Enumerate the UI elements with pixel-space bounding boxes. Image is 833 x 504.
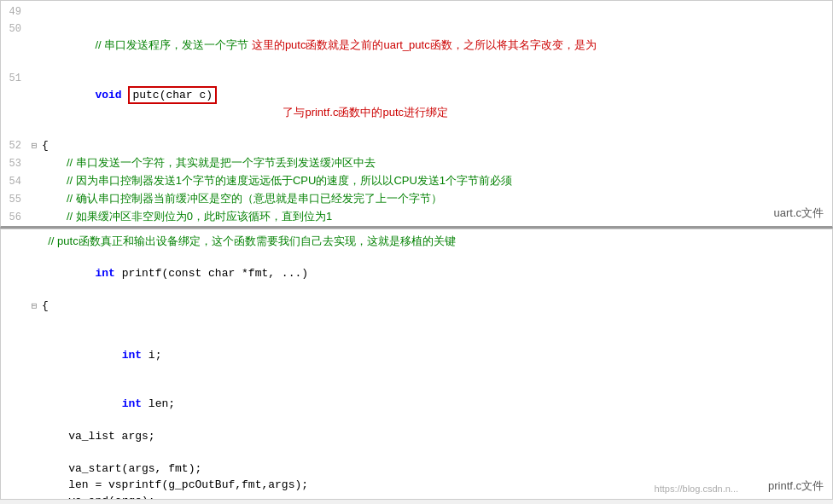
line-number: 54 [1, 174, 28, 190]
code-line [1, 444, 832, 461]
code-line: 50 // 串口发送程序，发送一个字节 这里的putc函数就是之前的uart_p… [1, 20, 832, 70]
comment-text: // 串口发送程序，发送一个字节 [95, 38, 251, 51]
code-line: int len; [1, 379, 832, 428]
bottom-panel: // putc函数真正和输出设备绑定，这个函数需要我们自己去实现，这就是移植的关… [0, 229, 833, 500]
line-number: 52 [1, 138, 28, 154]
code-line [1, 315, 832, 331]
code-line: 49 [1, 4, 832, 20]
line-content: void putc(char c) 了与printf.c函数中的putc进行绑定 [40, 70, 832, 137]
code-line: 51 void putc(char c) 了与printf.c函数中的putc进… [1, 70, 832, 137]
code-line: 52 ⊟ { [1, 137, 832, 154]
keyword-int: int [122, 397, 142, 410]
indent [95, 349, 121, 362]
line-content: int len; [40, 379, 832, 428]
line-content: { [40, 137, 832, 154]
code-line: 54 // 因为串口控制器发送1个字节的速度远远低于CPU的速度，所以以CPU发… [1, 172, 832, 190]
line-content: // 串口发送程序，发送一个字节 这里的putc函数就是之前的uart_putc… [40, 20, 832, 70]
code-line: // putc函数真正和输出设备绑定，这个函数需要我们自己去实现，这就是移植的关… [1, 233, 832, 249]
code-text: printf(const char *fmt, ...) [115, 267, 308, 280]
line-content: int printf(const char *fmt, ...) [40, 249, 832, 298]
line-content: // 串口发送一个字符，其实就是把一个字节丢到发送缓冲区中去 [40, 154, 832, 171]
line-content: va_list args; [40, 428, 832, 444]
indent [95, 397, 121, 410]
annotation: 这里的putc函数就是之前的uart_putc函数，之所以将其名字改变，是为 [252, 38, 597, 51]
line-number: 53 [1, 156, 28, 172]
code-line: ⊟ { [1, 298, 832, 315]
line-content: va_end(args); [40, 493, 832, 499]
line-number: 56 [1, 210, 28, 226]
code-text: i; [142, 349, 161, 362]
keyword-int: int [95, 267, 114, 280]
line-number: 55 [1, 192, 28, 208]
top-code-area: 49 50 // 串口发送程序，发送一个字节 这里的putc函数就是之前的uar… [1, 1, 832, 226]
line-content: // putc函数真正和输出设备绑定，这个函数需要我们自己去实现，这就是移植的关… [40, 233, 832, 249]
bottom-code-area: // putc函数真正和输出设备绑定，这个函数需要我们自己去实现，这就是移植的关… [1, 229, 832, 499]
line-number: 49 [1, 4, 28, 20]
watermark: https://blog.csdn.n... [655, 484, 738, 494]
line-content: va_start(args, fmt); [40, 461, 832, 477]
code-line: 53 // 串口发送一个字符，其实就是把一个字节丢到发送缓冲区中去 [1, 154, 832, 172]
highlighted-function: putc(char c) [128, 86, 217, 104]
code-line: va_end(args); [1, 493, 832, 499]
code-text: len; [142, 397, 175, 410]
code-line: va_list args; [1, 428, 832, 444]
fold-indicator: ⊟ [28, 138, 40, 154]
file-label: uart.c文件 [773, 206, 824, 221]
line-number: 51 [1, 71, 28, 87]
annotation: 了与printf.c函数中的putc进行绑定 [283, 106, 448, 119]
line-content: int i; [40, 331, 832, 379]
line-content: // 确认串口控制器当前缓冲区是空的（意思就是串口已经发完了上一个字节） [40, 190, 832, 206]
top-panel: 49 50 // 串口发送程序，发送一个字节 这里的putc函数就是之前的uar… [0, 0, 833, 229]
code-text: void putc(char c) [95, 89, 217, 101]
file-label: printf.c文件 [768, 478, 824, 494]
code-line: 55 // 确认串口控制器当前缓冲区是空的（意思就是串口已经发完了上一个字节） [1, 190, 832, 208]
code-line: va_start(args, fmt); [1, 461, 832, 477]
line-content: { [40, 298, 832, 314]
line-number: 50 [1, 21, 28, 38]
fold-indicator: ⊟ [28, 298, 40, 315]
code-line: int printf(const char *fmt, ...) [1, 249, 832, 298]
line-content: // 因为串口控制器发送1个字节的速度远远低于CPU的速度，所以以CPU发送1个… [40, 172, 832, 188]
line-content: // 如果缓冲区非空则位为0，此时应该循环，直到位为1 [40, 208, 832, 224]
keyword-int: int [122, 349, 142, 362]
code-line: 56 // 如果缓冲区非空则位为0，此时应该循环，直到位为1 [1, 208, 832, 226]
code-line: int i; [1, 331, 832, 379]
